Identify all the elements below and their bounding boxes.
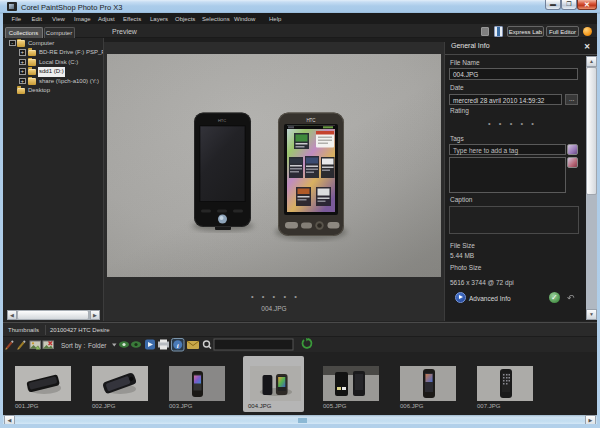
svg-text:i: i: [177, 342, 179, 350]
svg-text:HTC: HTC: [218, 118, 226, 123]
svg-text:Sort by :: Sort by :: [61, 342, 85, 350]
svg-text:Folder: Folder: [88, 342, 107, 349]
svg-text:HTC: HTC: [306, 118, 316, 123]
